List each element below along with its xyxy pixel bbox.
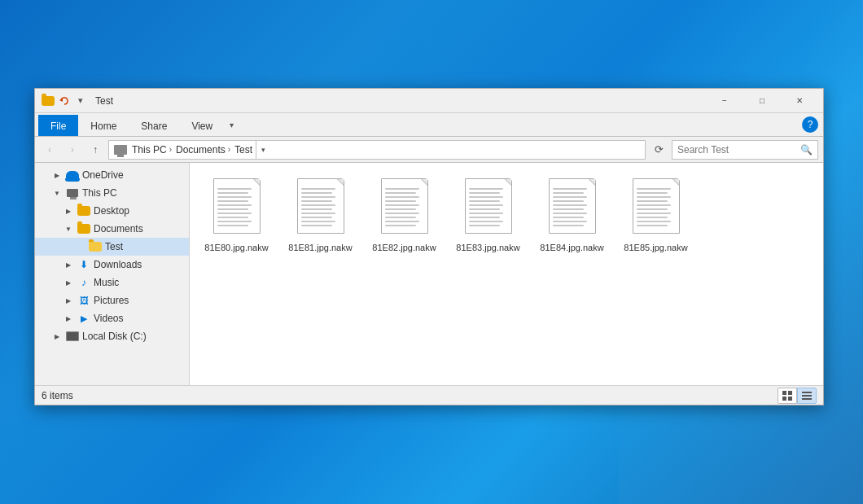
sidebar-item-onedrive[interactable]: ▶ OneDrive xyxy=(35,166,189,184)
ribbon-expand-icon[interactable]: ▾ xyxy=(225,116,238,133)
sidebar: ▶ OneDrive ▼ This PC ▶ Deskto xyxy=(35,163,190,385)
sidebar-item-downloads[interactable]: ▶ ⬇ Downloads xyxy=(35,256,189,274)
expand-arrow-documents[interactable]: ▼ xyxy=(63,223,74,234)
svg-rect-2 xyxy=(788,391,792,395)
sidebar-item-thispc[interactable]: ▼ This PC xyxy=(35,184,189,202)
qat-folder-icon[interactable] xyxy=(40,93,56,109)
sidebar-label-desktop: Desktop xyxy=(94,205,129,217)
documents-icon xyxy=(77,222,90,235)
file-name: 81E81.jpg.nakw xyxy=(288,242,352,253)
file-name: 81E84.jpg.nakw xyxy=(540,242,603,253)
sidebar-label-documents: Documents xyxy=(94,223,143,234)
window-title: Test xyxy=(95,95,706,107)
expand-arrow-desktop[interactable]: ▶ xyxy=(63,205,74,217)
file-lines xyxy=(217,188,252,229)
status-bar: 6 items xyxy=(35,385,823,405)
file-icon xyxy=(379,178,431,239)
desktop-icon xyxy=(77,204,90,217)
sidebar-label-pictures: Pictures xyxy=(94,295,129,306)
search-box[interactable]: 🔍 xyxy=(672,140,818,160)
tab-share[interactable]: Share xyxy=(129,115,179,136)
help-button[interactable]: ? xyxy=(802,116,818,133)
sidebar-item-localdisk[interactable]: ▶ Local Disk (C:) xyxy=(35,327,189,345)
address-input[interactable]: This PC › Documents › Test ▾ xyxy=(108,140,646,160)
videos-icon: ▶ xyxy=(77,312,90,325)
sidebar-item-documents[interactable]: ▼ Documents xyxy=(35,220,189,238)
sidebar-item-desktop[interactable]: ▶ Desktop xyxy=(35,202,189,220)
refresh-button[interactable]: ⟳ xyxy=(649,140,668,160)
maximize-button[interactable]: □ xyxy=(743,89,781,113)
explorer-window: ▾ Test − □ ✕ File Home Share View ▾ ? ‹ … xyxy=(34,88,824,405)
svg-rect-3 xyxy=(782,397,786,401)
file-icon xyxy=(211,178,263,239)
expand-arrow-onedrive[interactable]: ▶ xyxy=(51,169,63,181)
music-icon: ♪ xyxy=(77,276,90,289)
sidebar-item-videos[interactable]: ▶ ▶ Videos xyxy=(35,309,189,327)
breadcrumb-test[interactable]: Test xyxy=(234,144,252,156)
expand-arrow-localdisk[interactable]: ▶ xyxy=(51,331,63,342)
large-icons-view-button[interactable] xyxy=(778,388,797,404)
svg-rect-7 xyxy=(802,398,812,400)
details-view-button[interactable] xyxy=(797,388,817,404)
svg-rect-5 xyxy=(802,392,812,393)
expand-arrow-music[interactable]: ▶ xyxy=(63,277,74,288)
file-area: 81E80.jpg.nakw81E81.jpg.nakw81E82.jpg.na… xyxy=(190,163,823,385)
minimize-button[interactable]: − xyxy=(706,89,743,113)
file-icon xyxy=(462,178,515,239)
file-lines xyxy=(469,188,503,229)
breadcrumb-thispc[interactable]: This PC › xyxy=(114,144,173,156)
thispc-icon xyxy=(66,186,79,199)
expand-arrow-downloads[interactable]: ▶ xyxy=(63,259,74,270)
file-item[interactable]: 81E81.jpg.nakw xyxy=(282,171,359,261)
file-item[interactable]: 81E83.jpg.nakw xyxy=(449,171,527,261)
up-button[interactable]: ↑ xyxy=(85,140,105,160)
qat-undo-icon[interactable] xyxy=(56,93,72,109)
file-item[interactable]: 81E84.jpg.nakw xyxy=(533,171,611,261)
expand-arrow-pictures[interactable]: ▶ xyxy=(63,295,74,306)
file-lines xyxy=(637,188,671,229)
pictures-icon: 🖼 xyxy=(77,294,90,307)
close-button[interactable]: ✕ xyxy=(781,89,818,113)
title-bar: ▾ Test − □ ✕ xyxy=(35,89,823,113)
localdisk-icon xyxy=(66,330,79,343)
svg-rect-4 xyxy=(788,397,792,401)
file-item[interactable]: 81E85.jpg.nakw xyxy=(617,171,694,261)
file-lines xyxy=(301,188,335,229)
file-name: 81E82.jpg.nakw xyxy=(372,242,436,253)
expand-arrow-videos[interactable]: ▶ xyxy=(63,313,74,324)
forward-button[interactable]: › xyxy=(63,140,82,160)
main-content: ▶ OneDrive ▼ This PC ▶ Deskto xyxy=(35,163,823,385)
sidebar-item-pictures[interactable]: ▶ 🖼 Pictures xyxy=(35,291,189,309)
tab-view[interactable]: View xyxy=(179,115,225,136)
test-folder-icon xyxy=(89,240,102,253)
file-lines xyxy=(385,188,419,229)
expand-arrow-thispc[interactable]: ▼ xyxy=(51,187,63,199)
file-item[interactable]: 81E80.jpg.nakw xyxy=(198,171,275,261)
svg-rect-1 xyxy=(782,391,786,395)
search-input[interactable] xyxy=(677,144,797,156)
file-lines xyxy=(553,188,587,229)
search-icon[interactable]: 🔍 xyxy=(800,144,813,156)
sidebar-item-test[interactable]: ▶ Test xyxy=(35,238,189,256)
qat-dropdown-icon[interactable]: ▾ xyxy=(72,93,89,109)
file-icon xyxy=(630,178,682,239)
tab-file[interactable]: File xyxy=(38,115,78,136)
breadcrumb-documents[interactable]: Documents › xyxy=(176,144,231,156)
sidebar-item-music[interactable]: ▶ ♪ Music xyxy=(35,274,189,291)
tab-home[interactable]: Home xyxy=(78,115,129,136)
sidebar-label-onedrive: OneDrive xyxy=(82,169,124,181)
svg-rect-6 xyxy=(802,395,812,397)
file-item[interactable]: 81E82.jpg.nakw xyxy=(366,171,443,261)
downloads-icon: ⬇ xyxy=(77,258,90,271)
sidebar-label-music: Music xyxy=(94,277,119,288)
sidebar-label-test: Test xyxy=(105,241,123,252)
sidebar-label-videos: Videos xyxy=(94,313,123,324)
sidebar-label-downloads: Downloads xyxy=(94,259,142,270)
address-dropdown-icon[interactable]: ▾ xyxy=(256,140,270,160)
back-button[interactable]: ‹ xyxy=(40,140,59,160)
file-icon xyxy=(295,178,347,239)
file-icon xyxy=(546,178,598,239)
window-controls: − □ ✕ xyxy=(706,89,818,113)
ribbon-tab-bar: File Home Share View ▾ ? xyxy=(35,113,823,136)
sidebar-label-thispc: This PC xyxy=(82,187,117,199)
